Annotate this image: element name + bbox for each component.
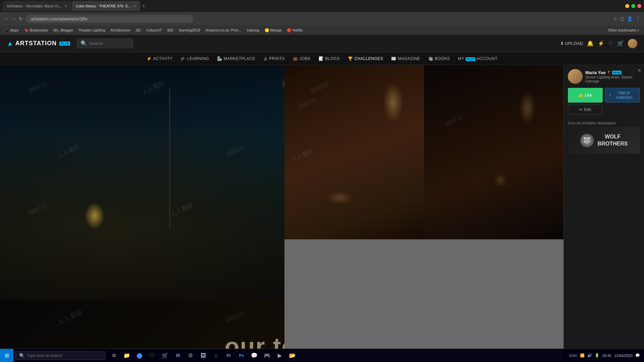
- bookmark-bid[interactable]: BID: [165, 27, 175, 33]
- secondary-image-1[interactable]: RRCG 人人素材: [284, 65, 424, 239]
- marketplace-ad[interactable]: 🐺 WOLF BROTHERS: [568, 127, 640, 154]
- artist-title: Senior Lighting Artist, Splash Damage: [585, 75, 640, 83]
- search-input[interactable]: [89, 41, 129, 46]
- bookmark-theater[interactable]: Theater Lighting: [76, 27, 107, 33]
- taskbar-media-player[interactable]: ▶: [274, 350, 286, 362]
- taskbar-photoshop[interactable]: Ps: [235, 350, 248, 362]
- window-maximize[interactable]: [631, 4, 635, 8]
- bookmark-manga[interactable]: 🟡 Manga: [263, 27, 284, 33]
- taskbar-spotify[interactable]: ♫: [210, 350, 222, 362]
- lightning-icon[interactable]: ⚡: [598, 40, 604, 47]
- bookmark-bid-label: BID: [167, 28, 173, 32]
- reload-button[interactable]: ↻: [19, 16, 23, 21]
- taskbar-premiere[interactable]: Pr: [223, 350, 235, 362]
- taskbar-photos[interactable]: 🖼: [197, 350, 209, 362]
- nav-books[interactable]: 📚 BOOKS: [428, 56, 450, 61]
- tab-color-theory-close[interactable]: ✕: [133, 4, 136, 8]
- heart-icon[interactable]: ♡: [608, 40, 613, 47]
- account-icon[interactable]: 👤: [627, 16, 633, 21]
- as-logo-text: ARTSTATION: [15, 40, 57, 47]
- taskbar-date: 12/04/2023: [614, 354, 633, 358]
- tab-artstation-close[interactable]: ✕: [64, 4, 67, 8]
- nav-marketplace[interactable]: 🏪 MARKETPLACE: [217, 56, 255, 61]
- window-close[interactable]: [637, 4, 641, 8]
- panel-close-button[interactable]: ✕: [637, 68, 641, 73]
- taskbar-search-input[interactable]: [27, 353, 101, 358]
- nav-magazine[interactable]: 📰 MAGAZINE: [391, 56, 420, 61]
- back-button[interactable]: ←: [4, 16, 9, 21]
- taskbar-task-view[interactable]: ⧉: [108, 350, 120, 362]
- edit-button[interactable]: ✏ Edit: [568, 105, 602, 115]
- taskbar-security[interactable]: 🛡: [146, 350, 158, 362]
- artist-avatar[interactable]: [568, 69, 583, 84]
- search-icon: 🔍: [80, 40, 87, 47]
- user-avatar[interactable]: [628, 39, 637, 48]
- nav-magazine-label: MAGAZINE: [398, 56, 420, 61]
- sec2-wm: RRCG: [444, 114, 463, 128]
- lamp-glow: [85, 202, 105, 229]
- taskbar-sound-icon: 🔊: [587, 353, 592, 358]
- taskbar-game[interactable]: 🎮: [261, 350, 273, 362]
- start-button[interactable]: ⊞: [0, 349, 13, 362]
- taskbar-discord[interactable]: 💬: [248, 350, 260, 362]
- bookmark-sd[interactable]: SD: [134, 27, 143, 33]
- content-area: RRCG 人人素材 RRCG 人人素材 RRCG RRCG 人人素材 he ga…: [0, 65, 644, 362]
- jobs-icon: 💼: [293, 56, 298, 61]
- my-account-label: MY PLUS ACCOUNT: [458, 56, 497, 61]
- nav-jobs-label: JOBS: [300, 56, 311, 61]
- photoshop-icon: Ps: [239, 353, 244, 358]
- taskbar-search-bar[interactable]: 🔍: [15, 351, 105, 360]
- like-button[interactable]: 👍 Like: [568, 88, 603, 103]
- nav-jobs[interactable]: 💼 JOBS: [293, 56, 311, 61]
- tab-color-theory[interactable]: Color theory · THEATRE 476: S... ✕: [72, 1, 140, 11]
- bookmark-other[interactable]: Other bookmarks »: [606, 27, 641, 33]
- store-icon: 🛒: [162, 352, 168, 359]
- address-input[interactable]: [25, 15, 193, 23]
- artist-details: Maria Yue 📍 PLUS Senior Lighting Artist,…: [585, 70, 640, 83]
- nav-activity[interactable]: ⚡ ACTIVITY: [147, 56, 173, 61]
- task-view-icon: ⧉: [112, 353, 116, 358]
- window-minimize[interactable]: [625, 4, 629, 8]
- taskbar-settings[interactable]: ⚙: [184, 350, 197, 362]
- taskbar-file-explorer[interactable]: 📁: [121, 350, 133, 362]
- taskbar-mail[interactable]: ✉: [172, 350, 184, 362]
- bookmark-architecture[interactable]: Architecture: [109, 27, 132, 33]
- nav-my-account[interactable]: MY PLUS ACCOUNT: [458, 56, 497, 61]
- bookmark-colourut[interactable]: ColourUT: [144, 27, 164, 33]
- nav-challenges[interactable]: 🏆 CHALLENGES: [348, 56, 383, 61]
- magazine-icon: 📰: [391, 56, 396, 61]
- add-collection-button[interactable]: + Add to collection: [605, 88, 640, 103]
- taskbar-store[interactable]: 🛒: [159, 350, 171, 362]
- taskbar-explorer2[interactable]: 📂: [286, 350, 299, 362]
- artist-pin-icon: 📍: [607, 71, 611, 74]
- bookmark-learning[interactable]: learning2019: [177, 27, 202, 33]
- marketplace-section: From the ArtStation Marketplace 🐺 WOLF B…: [564, 117, 644, 158]
- bookmark-apps[interactable]: 📱 Apps: [3, 27, 21, 33]
- bookmark-blogger[interactable]: My_Blogger: [52, 27, 75, 33]
- menu-icon[interactable]: ⋮: [635, 16, 640, 21]
- notification-icon[interactable]: 🔔: [587, 40, 594, 47]
- taskbar: ⊞ 🔍 ⧉ 📁 ⬤ 🛡 🛒 ✉ ⚙ 🖼 ♫: [0, 349, 644, 362]
- taskbar-battery-icon: 🔋: [595, 353, 599, 358]
- search-bar[interactable]: 🔍: [77, 39, 133, 48]
- nav-prints[interactable]: 🖨 PRINTS: [263, 56, 285, 61]
- bookmark-bookmarks[interactable]: 🔖 Bookmarks: [22, 27, 50, 33]
- nav-learning[interactable]: 🎓 LEARNING: [180, 56, 209, 61]
- artstation-logo[interactable]: ▲ ARTSTATION PLUS: [7, 40, 70, 47]
- bookmark-netflix[interactable]: 🔴 Netflix: [285, 27, 305, 33]
- bookmark-amazon[interactable]: Amazon.co.uk: Prim...: [204, 27, 244, 33]
- notification-center-icon[interactable]: 💬: [635, 353, 640, 358]
- taskbar-chrome[interactable]: ⬤: [133, 350, 146, 362]
- bookmark-training[interactable]: training: [245, 27, 261, 33]
- extensions-icon[interactable]: ⬡: [620, 16, 624, 21]
- secondary-image-2[interactable]: RRCG: [424, 65, 564, 239]
- right-panel: ✕ Maria Yue 📍 PLUS Senior Lighting Artis…: [564, 65, 644, 362]
- star-icon[interactable]: ☆: [613, 16, 618, 21]
- tab-artstation[interactable]: ArtStation - Moonlight, Maria Yu... ✕: [3, 1, 71, 11]
- upload-button[interactable]: ⬆ UPLOAD: [560, 41, 583, 46]
- forward-button[interactable]: →: [11, 16, 16, 21]
- nav-prints-label: PRINTS: [269, 56, 285, 61]
- cart-icon[interactable]: 🛒: [617, 40, 624, 47]
- nav-blogs[interactable]: 📝 BLOGS: [319, 56, 340, 61]
- tab-add-button[interactable]: +: [142, 3, 145, 9]
